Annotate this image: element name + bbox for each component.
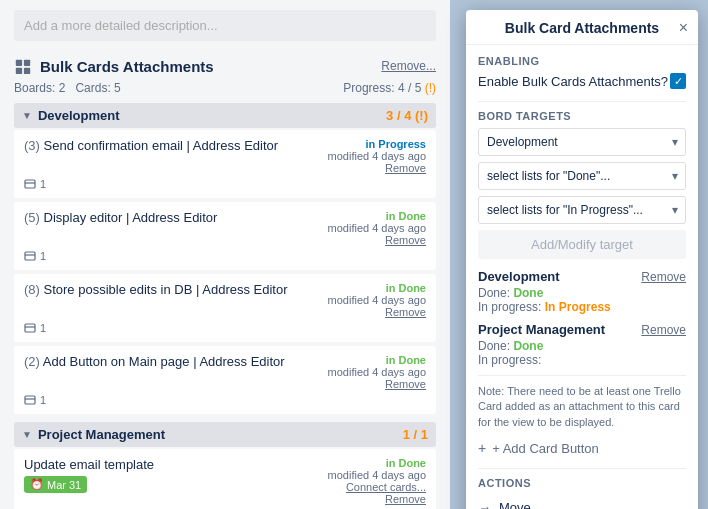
boards-summary: Boards: 2 Cards: 5 Progress: 4 / 5 (!)	[14, 81, 436, 95]
enable-question: Enable Bulk Cards Attachments?	[478, 74, 668, 89]
card-title: (8) Store possible edits in DB | Address…	[24, 282, 318, 297]
card-attachment: 1	[24, 322, 426, 334]
card-attachment: 1	[24, 250, 426, 262]
arrow-icon: →	[478, 500, 491, 509]
target-project-management: Project Management Remove Done: Done In …	[478, 322, 686, 367]
progress-select-wrapper: select lists for "In Progress"...	[478, 196, 686, 224]
card-title: (2) Add Button on Main page | Address Ed…	[24, 354, 318, 369]
pm-card-meta: in Done modified 4 days ago Connect card…	[328, 457, 426, 505]
card-item: (5) Display editor | Address Editor in D…	[14, 202, 436, 270]
development-count: 3 / 4 (!)	[386, 108, 428, 123]
enable-row: Enable Bulk Cards Attachments?	[478, 73, 686, 89]
svg-rect-3	[24, 68, 30, 74]
pm-connect-link[interactable]: Connect cards...	[328, 481, 426, 493]
development-section-header[interactable]: ▼ Development 3 / 4 (!)	[14, 103, 436, 128]
progress-warning: (!)	[425, 81, 436, 95]
pm-card-status: in Done	[386, 457, 426, 469]
card-modified: modified 4 days ago	[328, 150, 426, 162]
target-dev-remove[interactable]: Remove	[641, 270, 686, 284]
target-dev-progress-status: In progress: In Progress	[478, 300, 686, 314]
bulk-card-attachments-popup: Bulk Card Attachments × ENABLING Enable …	[466, 10, 698, 509]
project-management-section-header[interactable]: ▼ Project Management 1 / 1	[14, 422, 436, 447]
bulk-cards-title: Bulk Cards Attachments	[40, 58, 381, 75]
main-card-area: Add a more detailed description... Bulk …	[0, 0, 450, 509]
plus-icon: +	[478, 440, 486, 456]
card-status: in Done	[386, 282, 426, 294]
enable-checkbox[interactable]	[670, 73, 686, 89]
actions-label: ACTIONS	[478, 477, 686, 489]
development-select-wrapper: Development	[478, 128, 686, 156]
add-modify-button[interactable]: Add/Modify target	[478, 230, 686, 259]
card-item: (3) Send confirmation email | Address Ed…	[14, 130, 436, 198]
target-pm-done-status: Done: Done	[478, 339, 686, 353]
svg-rect-2	[16, 68, 22, 74]
card-remove-link[interactable]: Remove	[328, 378, 426, 390]
pm-card-title: Update email template ⏰ Mar 31	[24, 457, 318, 493]
move-action[interactable]: → Move	[478, 495, 686, 509]
progress-select[interactable]: select lists for "In Progress"...	[478, 196, 686, 224]
actions-section: ACTIONS → Move	[478, 468, 686, 509]
card-meta: in Done modified 4 days ago Remove	[328, 282, 426, 318]
bulk-cards-remove-link[interactable]: Remove...	[381, 59, 436, 73]
add-card-button[interactable]: + + Add Card Button	[478, 440, 686, 456]
card-meta: in Progress modified 4 days ago Remove	[328, 138, 426, 174]
toggle-icon: ▼	[22, 110, 32, 121]
bulk-cards-icon	[14, 57, 32, 75]
target-pm-remove[interactable]: Remove	[641, 323, 686, 337]
add-card-label: + Add Card Button	[492, 441, 599, 456]
description-input[interactable]: Add a more detailed description...	[14, 10, 436, 41]
pm-count: 1 / 1	[403, 427, 428, 442]
enabling-label: ENABLING	[478, 55, 686, 67]
card-attachment: 1	[24, 394, 426, 406]
card-remove-link[interactable]: Remove	[328, 234, 426, 246]
card-status: in Done	[386, 354, 426, 366]
card-remove-link[interactable]: Remove	[328, 162, 426, 174]
bulk-cards-header: Bulk Cards Attachments Remove...	[14, 57, 436, 75]
card-status: in Progress	[365, 138, 426, 150]
done-select[interactable]: select lists for "Done"...	[478, 162, 686, 190]
pm-remove-link[interactable]: Remove	[328, 493, 426, 505]
svg-rect-0	[16, 60, 22, 66]
card-remove-link[interactable]: Remove	[328, 306, 426, 318]
popup-title: Bulk Card Attachments	[505, 20, 659, 36]
card-title: (3) Send confirmation email | Address Ed…	[24, 138, 318, 153]
card-title: (5) Display editor | Address Editor	[24, 210, 318, 225]
svg-rect-10	[25, 396, 35, 404]
card-meta: in Done modified 4 days ago Remove	[328, 354, 426, 390]
done-select-wrapper: select lists for "Done"...	[478, 162, 686, 190]
clock-icon: ⏰	[30, 478, 44, 491]
card-meta: in Done modified 4 days ago Remove	[328, 210, 426, 246]
popup-close-button[interactable]: ×	[679, 20, 688, 36]
target-development: Development Remove Done: Done In progres…	[478, 269, 686, 314]
target-dev-done-status: Done: Done	[478, 286, 686, 300]
toggle-icon: ▼	[22, 429, 32, 440]
popup-note: Note: There need to be at least one Trel…	[478, 375, 686, 430]
card-status: in Done	[386, 210, 426, 222]
target-dev-name: Development	[478, 269, 560, 284]
pm-card-item: Update email template ⏰ Mar 31 in Done m…	[14, 449, 436, 509]
card-attachment: 1	[24, 178, 426, 190]
svg-rect-8	[25, 324, 35, 332]
development-select[interactable]: Development	[478, 128, 686, 156]
move-label: Move	[499, 500, 531, 509]
bord-targets-label: BORD TARGETS	[478, 110, 686, 122]
card-item: (8) Store possible edits in DB | Address…	[14, 274, 436, 342]
svg-rect-1	[24, 60, 30, 66]
target-pm-name: Project Management	[478, 322, 605, 337]
development-label: Development	[38, 108, 120, 123]
target-pm-progress-status: In progress:	[478, 353, 686, 367]
svg-rect-4	[25, 180, 35, 188]
popup-divider	[478, 101, 686, 102]
card-item: (2) Add Button on Main page | Address Ed…	[14, 346, 436, 414]
popup-header: Bulk Card Attachments ×	[466, 10, 698, 45]
boards-count: Boards: 2 Cards: 5	[14, 81, 121, 95]
progress-summary: Progress: 4 / 5 (!)	[343, 81, 436, 95]
svg-rect-6	[25, 252, 35, 260]
popup-body: ENABLING Enable Bulk Cards Attachments? …	[466, 45, 698, 509]
pm-label: Project Management	[38, 427, 165, 442]
